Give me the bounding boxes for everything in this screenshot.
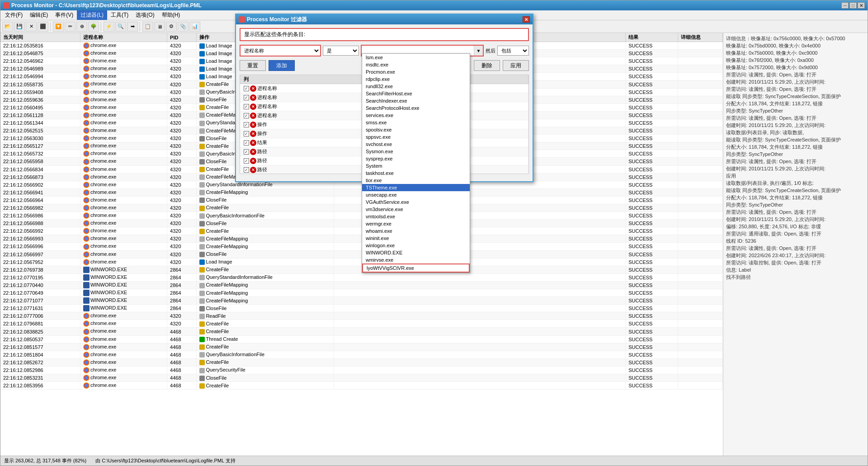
table-row[interactable]: 22:16:12.0771077 WINWORD.EXE 2864 Create… xyxy=(0,297,723,305)
table-row[interactable]: 22:16:12.0770195 WINWORD.EXE 2864 QueryS… xyxy=(0,273,723,281)
filter-row-exclude[interactable]: ✕ xyxy=(250,85,256,92)
filter-row-checkbox[interactable] xyxy=(244,167,249,173)
filter-col-select[interactable]: 进程名称 操作 路径 结果 xyxy=(241,46,320,56)
table-row[interactable]: 22:16:12.0777006 chrome.exe 4320 ReadFil… xyxy=(0,312,723,320)
dropdown-item[interactable]: smss.exe xyxy=(362,119,470,126)
add-button[interactable]: 添加 xyxy=(269,60,295,71)
dropdown-item[interactable]: wmirvse.exe xyxy=(362,256,470,264)
table-row[interactable]: 22:16:12.0770440 WINWORD.EXE 2864 Create… xyxy=(0,281,723,289)
filter-row-exclude[interactable]: ✕ xyxy=(250,104,256,110)
apply-button[interactable]: 应用 xyxy=(503,60,529,71)
filter-action-select[interactable]: 包括 排除 xyxy=(497,46,529,56)
dropdown-item[interactable]: rundll32.exe xyxy=(362,83,470,90)
dropdown-item[interactable]: vmtoolsd.exe xyxy=(362,213,470,220)
filter-row-checkbox[interactable] xyxy=(244,122,249,127)
filter-value-dropdown-arrow[interactable]: ▼ xyxy=(474,46,483,56)
filter-row-exclude[interactable]: ✕ xyxy=(250,131,256,137)
table-row[interactable]: 22:16:12.0850537 chrome.exe 4468 Thread … xyxy=(0,335,723,343)
menu-file[interactable]: 文件(F) xyxy=(1,10,26,20)
toolbar-open[interactable]: 📂 xyxy=(2,22,13,32)
menu-filter[interactable]: 过滤器(L) xyxy=(77,10,107,20)
filter-row-checkbox[interactable] xyxy=(244,86,249,91)
toolbar-reg[interactable]: 📋 xyxy=(142,22,153,32)
dropdown-item[interactable]: SearchFilterHost.exe xyxy=(362,90,470,97)
toolbar-clear[interactable]: ✕ xyxy=(26,22,37,32)
table-row[interactable]: 22:16:12.0838825 chrome.exe 4468 CreateF… xyxy=(0,328,723,335)
filter-row-exclude[interactable]: ✕ xyxy=(250,167,256,173)
filter-row-checkbox[interactable] xyxy=(244,140,249,146)
dropdown-item[interactable]: services.exe xyxy=(362,112,470,119)
dropdown-item[interactable]: Procmon.exe xyxy=(362,68,470,75)
dropdown-item[interactable]: whoami.exe xyxy=(362,227,470,235)
filter-row-exclude[interactable]: ✕ xyxy=(250,149,256,155)
menu-edit[interactable]: 编辑(E) xyxy=(26,10,52,20)
dropdown-item[interactable]: VGAuthService.exe xyxy=(362,198,470,206)
reset-button[interactable]: 重置 xyxy=(240,60,266,71)
table-row[interactable]: 22:16:12.0852986 chrome.exe 4468 QuerySe… xyxy=(0,366,723,374)
dropdown-list[interactable]: lsm.exemsdtc.exeProcmon.exerdpclip.exeru… xyxy=(362,53,470,273)
dropdown-item[interactable]: spoolsv.exe xyxy=(362,126,470,133)
filter-row-checkbox[interactable] xyxy=(244,158,249,164)
filter-row-checkbox[interactable] xyxy=(244,95,249,100)
dropdown-item[interactable]: sppsvc.exe xyxy=(362,133,470,141)
table-row[interactable]: 22:16:12.0771631 WINWORD.EXE 2864 CloseF… xyxy=(0,305,723,312)
toolbar-highlight[interactable]: ✏ xyxy=(65,22,75,32)
dropdown-item[interactable]: sysprep.exe xyxy=(362,155,470,162)
toolbar-net[interactable]: 🖥 xyxy=(154,22,165,32)
toolbar-next[interactable]: ➡ xyxy=(127,22,138,32)
dropdown-item[interactable]: winlogon.exe xyxy=(362,242,470,249)
dropdown-item[interactable]: unsecapp.exe xyxy=(362,191,470,198)
table-row[interactable]: 22:16:12.0852672 chrome.exe 4468 CreateF… xyxy=(0,358,723,366)
filter-row-exclude[interactable]: ✕ xyxy=(250,94,256,101)
dialog-close-button[interactable]: ✕ xyxy=(523,16,530,23)
minimize-button[interactable]: ─ xyxy=(841,2,849,9)
filter-row-exclude[interactable]: ✕ xyxy=(250,158,256,164)
dropdown-item[interactable]: vm3dservice.exe xyxy=(362,206,470,213)
filter-row-checkbox[interactable] xyxy=(244,104,249,109)
dropdown-item[interactable]: msdtc.exe xyxy=(362,61,470,68)
toolbar-save[interactable]: 💾 xyxy=(14,22,25,32)
filter-row-checkbox[interactable] xyxy=(244,149,249,155)
dropdown-item[interactable]: taskhost.exe xyxy=(362,169,470,177)
dropdown-item[interactable]: wininit.exe xyxy=(362,235,470,242)
table-row[interactable]: 22:16:12.0851804 chrome.exe 4468 QueryBa… xyxy=(0,351,723,358)
dropdown-item[interactable]: rdpclip.exe xyxy=(362,75,470,83)
dropdown-item[interactable]: WINWORD.EXE xyxy=(362,249,470,256)
table-row[interactable]: 22:16:12.0796881 chrome.exe 4320 CreateF… xyxy=(0,320,723,328)
delete-button[interactable]: 删除 xyxy=(474,60,500,71)
dropdown-item[interactable]: Sysmon.exe xyxy=(362,148,470,155)
filter-row-checkbox[interactable] xyxy=(244,131,249,137)
dropdown-item[interactable]: SearchProtocolHost.exe xyxy=(362,104,470,112)
toolbar-proc[interactable]: ⚙ xyxy=(166,22,177,32)
dropdown-item[interactable]: SearchIndexer.exe xyxy=(362,97,470,104)
table-row[interactable]: 22:16:12.0853956 chrome.exe 4468 CreateF… xyxy=(0,382,723,390)
dropdown-item[interactable]: svchost.exe xyxy=(362,141,470,148)
dropdown-item[interactable]: TSTheme.exe xyxy=(362,184,470,191)
dropdown-item[interactable]: tior.exe xyxy=(362,177,470,184)
toolbar-prof[interactable]: 📊 xyxy=(189,22,200,32)
filter-rel-select[interactable]: 是 不是 包含 开始 结束 xyxy=(323,46,359,56)
filter-row-exclude[interactable]: ✕ xyxy=(250,140,256,146)
menu-options[interactable]: 选项(O) xyxy=(132,10,158,20)
menu-event[interactable]: 事件(V) xyxy=(52,10,77,20)
toolbar-autoscroll[interactable]: ⊕ xyxy=(76,22,87,32)
toolbar-tree[interactable]: 🌳 xyxy=(88,22,99,32)
toolbar-img[interactable]: 📎 xyxy=(178,22,189,32)
table-row[interactable]: 22:16:12.0851577 chrome.exe 4468 CreateF… xyxy=(0,343,723,351)
toolbar-filter[interactable]: 🔽 xyxy=(53,22,64,32)
dropdown-item[interactable]: wermgr.exe xyxy=(362,220,470,227)
menu-tools[interactable]: 工具(T) xyxy=(107,10,132,20)
filter-row-exclude[interactable]: ✕ xyxy=(250,122,256,128)
dropdown-item[interactable]: lyoWtVVigSCtVR.exe xyxy=(362,264,470,273)
table-row[interactable]: 22:16:12.0770649 WINWORD.EXE 2864 Create… xyxy=(0,289,723,297)
dropdown-item[interactable]: System xyxy=(362,162,470,169)
maximize-button[interactable]: □ xyxy=(849,2,857,9)
filter-row-checkbox[interactable] xyxy=(244,113,249,118)
toolbar-capture[interactable]: ⬛ xyxy=(38,22,48,32)
filter-row-exclude[interactable]: ✕ xyxy=(250,113,256,119)
close-button[interactable]: ✕ xyxy=(858,2,865,9)
dropdown-item[interactable]: lsm.exe xyxy=(362,54,470,61)
toolbar-back[interactable]: ⚡ xyxy=(104,22,114,32)
menu-help[interactable]: 帮助(H) xyxy=(158,10,184,20)
toolbar-find[interactable]: 🔍 xyxy=(115,22,126,32)
